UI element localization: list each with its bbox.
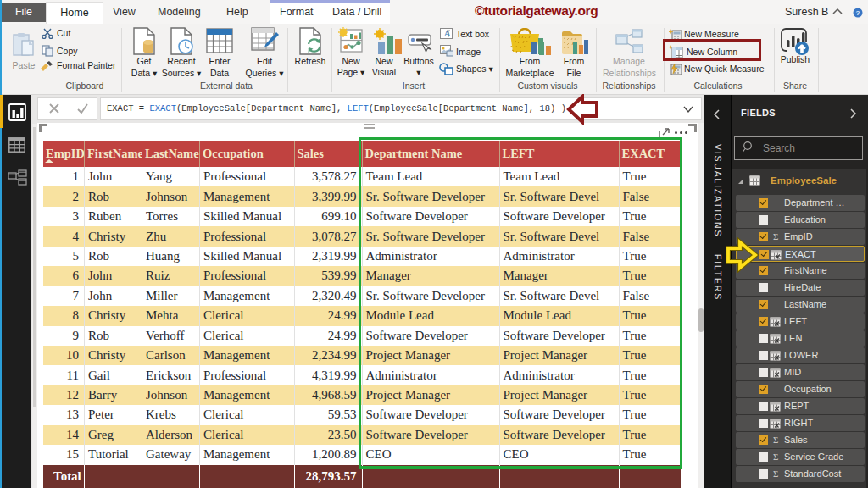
svg-text:?: ? xyxy=(856,9,860,17)
